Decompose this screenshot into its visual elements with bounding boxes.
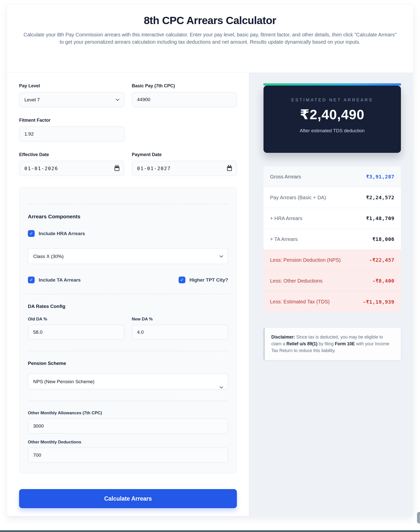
include-ta-row: ✓ Include TA Arrears xyxy=(28,277,81,283)
divider xyxy=(28,351,228,351)
breakdown-row-label: + HRA Arrears xyxy=(270,216,302,221)
higher-tpt-row: ✓ Higher TPT City? xyxy=(179,277,228,283)
breakdown-row-value: ₹1,48,709 xyxy=(366,215,394,221)
hra-class-select[interactable]: Class X (30%) xyxy=(28,248,228,264)
payment-date-input[interactable] xyxy=(132,161,237,176)
breakdown-row-label: + TA Arrears xyxy=(270,236,298,242)
breakdown-row: Pay Arrears (Basic + DA) ₹2,24,572 xyxy=(264,187,401,208)
da-rates-row: Old DA % New DA % xyxy=(28,317,228,351)
disclaimer-note: Disclaimer: Since tax is deducted, you m… xyxy=(264,328,401,360)
breakdown-row: + TA Arrears ₹18,006 xyxy=(264,229,401,250)
breakdown-table: Gross Arrears ₹3,91,287 Pay Arrears (Bas… xyxy=(264,166,401,312)
calendar-icon[interactable] xyxy=(115,166,119,171)
breakdown-row-value: -₹8,400 xyxy=(372,278,394,284)
breakdown-row-value: ₹3,91,287 xyxy=(366,174,394,180)
content-columns: Pay Level Level 7 Basic Pay (7th CPC) Fi… xyxy=(7,73,413,516)
breakdown-row-value: ₹2,24,572 xyxy=(366,194,394,201)
arrears-components-heading: Arrears Components xyxy=(28,214,228,220)
page-title: 8th CPC Arrears Calculator xyxy=(7,15,413,27)
disclaimer-text: by filing xyxy=(318,341,335,346)
divider xyxy=(28,204,228,204)
breakdown-row: Gross Arrears ₹3,91,287 xyxy=(264,166,401,187)
breakdown-row: Less: Pension Deduction (NPS) -₹22,457 xyxy=(264,250,401,271)
pension-scheme-heading: Pension Scheme xyxy=(28,361,228,366)
fitment-factor-input[interactable] xyxy=(19,126,125,142)
basic-pay-input[interactable] xyxy=(132,92,237,107)
pay-level-label: Pay Level xyxy=(19,83,124,89)
results-panel: ESTIMATED NET ARREARS ₹2,40,490 After es… xyxy=(249,73,413,516)
include-ta-label: Include TA Arrears xyxy=(39,277,81,283)
divider xyxy=(28,401,228,401)
breakdown-row-label: Less: Pension Deduction (NPS) xyxy=(270,257,341,263)
check-icon: ✓ xyxy=(29,231,33,236)
breakdown-row: Less: Other Deductions -₹8,400 xyxy=(264,271,401,291)
divider xyxy=(28,294,228,294)
pension-scheme-field: NPS (New Pension Scheme) xyxy=(28,374,228,401)
old-da-field: Old DA % xyxy=(28,317,124,340)
calculate-arrears-button[interactable]: Calculate Arrears xyxy=(19,489,237,508)
other-allowances-label: Other Monthly Allowances (7th CPC) xyxy=(28,411,228,416)
basic-pay-label: Basic Pay (7th CPC) xyxy=(132,83,237,89)
include-hra-label: Include HRA Arrears xyxy=(39,231,85,236)
breakdown-row-label: Less: Estimated Tax (TDS) xyxy=(270,299,330,305)
options-card: Arrears Components ✓ Include HRA Arrears… xyxy=(19,187,237,474)
ta-tpt-row: ✓ Include TA Arrears ✓ Higher TPT City? xyxy=(28,277,228,294)
breakdown-row-label: Pay Arrears (Basic + DA) xyxy=(270,195,326,201)
fitment-factor-field: Fitment Factor xyxy=(19,118,125,142)
form-panel: Pay Level Level 7 Basic Pay (7th CPC) Fi… xyxy=(7,73,249,516)
new-da-input[interactable] xyxy=(132,325,228,340)
higher-tpt-label: Higher TPT City? xyxy=(189,277,228,283)
include-ta-checkbox[interactable]: ✓ xyxy=(28,277,35,283)
fitment-factor-label: Fitment Factor xyxy=(19,118,125,123)
page-description: Calculate your 8th Pay Commission arrear… xyxy=(23,31,397,46)
breakdown-row-value: -₹22,457 xyxy=(369,257,394,263)
payment-date-label: Payment Date xyxy=(132,152,237,157)
effective-date-label: Effective Date xyxy=(19,152,124,157)
include-hra-checkbox[interactable]: ✓ xyxy=(28,230,35,237)
check-icon: ✓ xyxy=(180,277,184,283)
other-allowances-input[interactable] xyxy=(28,419,228,434)
footer-strip xyxy=(0,530,420,532)
old-da-label: Old DA % xyxy=(28,317,124,322)
breakdown-row-label: Less: Other Deductions xyxy=(270,278,323,284)
pay-level-select[interactable]: Level 7 xyxy=(19,92,124,107)
header: 8th CPC Arrears Calculator Calculate you… xyxy=(7,5,413,46)
other-deductions-label: Other Monthly Deductions xyxy=(28,440,228,445)
disclaimer-text: Relief u/s 89(1) xyxy=(286,341,318,346)
payment-date-field: Payment Date xyxy=(132,152,237,176)
breakdown-row-label: Gross Arrears xyxy=(270,174,301,180)
calculator-card: 8th CPC Arrears Calculator Calculate you… xyxy=(7,4,413,516)
breakdown-row: Less: Estimated Tax (TDS) -₹1,19,939 xyxy=(264,291,401,312)
breakdown-row-value: -₹1,19,939 xyxy=(363,299,394,305)
breakdown-row-value: ₹18,006 xyxy=(372,236,394,242)
net-arrears-card: ESTIMATED NET ARREARS ₹2,40,490 After es… xyxy=(264,86,401,153)
new-da-field: New DA % xyxy=(132,317,228,340)
disclaimer-text: Form 10E xyxy=(335,341,355,346)
pension-scheme-select[interactable]: NPS (New Pension Scheme) xyxy=(28,374,228,389)
check-icon: ✓ xyxy=(29,277,33,283)
new-da-label: New DA % xyxy=(132,317,228,322)
da-rates-heading: DA Rates Config xyxy=(28,304,228,309)
net-arrears-heading: ESTIMATED NET ARREARS xyxy=(264,98,401,103)
breakdown-row: + HRA Arrears ₹1,48,709 xyxy=(264,208,401,229)
pay-level-field: Pay Level Level 7 xyxy=(19,83,124,107)
hra-class-field: Class X (30%) xyxy=(28,248,228,264)
net-arrears-amount: ₹2,40,490 xyxy=(264,107,401,122)
old-da-input[interactable] xyxy=(28,325,124,340)
other-deductions-input[interactable] xyxy=(28,448,228,463)
scrollbar-thumb[interactable] xyxy=(417,512,420,523)
include-hra-row: ✓ Include HRA Arrears xyxy=(28,230,228,237)
net-arrears-subtitle: After estimated TDS deduction xyxy=(264,128,401,134)
higher-tpt-checkbox[interactable]: ✓ xyxy=(179,277,185,283)
disclaimer-text: Disclaimer: xyxy=(271,335,295,340)
accent-gradient-bar xyxy=(264,83,401,86)
calendar-icon[interactable] xyxy=(227,166,232,171)
effective-date-input[interactable] xyxy=(19,161,124,176)
basic-pay-field: Basic Pay (7th CPC) xyxy=(132,83,237,107)
effective-date-field: Effective Date xyxy=(19,152,124,176)
